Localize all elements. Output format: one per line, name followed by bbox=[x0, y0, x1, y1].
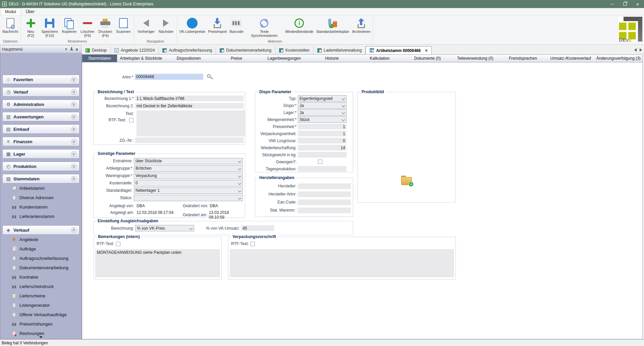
document-tab-angebote-1220024[interactable]: Angebote 1220024 bbox=[111, 46, 159, 54]
sidebar-group-verkauf[interactable]: ◈Verkauf bbox=[2, 225, 79, 235]
vmi-losgrösse-input[interactable]: 0 bbox=[298, 138, 346, 143]
artnr-input[interactable]: 00006466 bbox=[135, 74, 203, 80]
chevron-up-icon[interactable] bbox=[71, 227, 77, 233]
sidebar-item-artikelstamm[interactable]: Artikelstamm bbox=[0, 183, 82, 193]
vk-listenpreise-button[interactable]: VK-Listenpreise bbox=[178, 17, 206, 34]
speichern-button[interactable]: Speichern(F10) bbox=[41, 17, 59, 38]
chevron-down-icon[interactable] bbox=[71, 77, 77, 82]
add-image-folder-icon[interactable] bbox=[401, 177, 412, 185]
document-tab-desktop[interactable]: Desktop bbox=[82, 46, 111, 54]
sidebar-group-lager[interactable]: ▦Lager bbox=[2, 149, 79, 159]
tab-preise[interactable]: Preise bbox=[213, 55, 260, 62]
sidebar-item-angebote[interactable]: ✱Angebote bbox=[0, 235, 82, 244]
entnahme-select[interactable]: über Stückliste bbox=[134, 158, 243, 164]
sidebar-item-aufträge[interactable]: Aufträge bbox=[0, 244, 82, 253]
sidebar-group-produktion[interactable]: ◴Produktion bbox=[2, 162, 79, 171]
verpackungsvorschrift-textarea[interactable] bbox=[230, 249, 454, 277]
chevron-down-icon[interactable] bbox=[71, 164, 77, 169]
tab-dispositionen[interactable]: Dispositionen bbox=[165, 55, 212, 62]
maximize-button[interactable] bbox=[619, 0, 631, 8]
minimize-button[interactable] bbox=[606, 0, 619, 8]
sidebar-item-dokumentenverarbeitung[interactable]: Dokumentenverarbeitung bbox=[0, 263, 82, 272]
hersteller-artnr-input[interactable] bbox=[298, 191, 351, 197]
stückgewicht-in-kg-input[interactable] bbox=[298, 152, 346, 158]
chevron-down-icon[interactable]: ▼ bbox=[63, 48, 69, 51]
standardlager-select[interactable]: Nebenlager 1 bbox=[134, 187, 243, 194]
sidebar-group-auswertungen[interactable]: ▥Auswertungen bbox=[2, 112, 79, 121]
document-tab-auftragschnellerfassung[interactable]: Auftragschnellerfassung bbox=[159, 46, 216, 54]
sidebar-scroll-more-icon[interactable] bbox=[0, 335, 82, 339]
texte-synchronisieren-button[interactable]: Texte Synchronisieren bbox=[246, 17, 283, 38]
tab-umsatz-kostenverlauf[interactable]: Umsatz-/Kostenverlauf bbox=[547, 55, 594, 62]
sidebar-item-auftragsschnellerfassung[interactable]: Auftragsschnellerfassung bbox=[0, 253, 82, 263]
lager-select[interactable]: Ja bbox=[298, 109, 346, 116]
mengeneinheit-select[interactable]: Stück bbox=[298, 116, 346, 123]
document-tab-dokumentenverarbeitung[interactable]: Dokumentenverarbeitung bbox=[216, 46, 275, 54]
chevron-down-icon[interactable] bbox=[71, 102, 77, 107]
bemerkungen-textarea[interactable]: MONTAGEANWEISUNG siehe Packplan unten bbox=[95, 249, 220, 277]
chevron-down-icon[interactable] bbox=[71, 126, 77, 132]
close-button[interactable]: × bbox=[631, 0, 644, 8]
chevron-down-icon[interactable] bbox=[71, 139, 77, 145]
document-tab-artikelstamm-00006466[interactable]: Artikelstamm 00006466× bbox=[366, 46, 431, 54]
preiseinheit-input[interactable]: 1 bbox=[298, 124, 346, 129]
tab-lagerbewegungen[interactable]: Lagerbewegungen bbox=[260, 55, 308, 62]
hersteller-input[interactable] bbox=[298, 183, 351, 189]
pin-icon[interactable] bbox=[69, 47, 74, 51]
standardarbeitsplan-button[interactable]: Standardarbeitsplan bbox=[316, 17, 350, 34]
tab-arbeitsplan-stückliste[interactable]: Arbeitsplan & Stückliste bbox=[117, 55, 165, 62]
tab-dokumente-0[interactable]: Dokumente (0) bbox=[404, 55, 451, 62]
tab-fremdsprachen[interactable]: Fremdsprachen bbox=[499, 55, 547, 62]
löschen-button[interactable]: Löschen(F5) bbox=[80, 17, 95, 38]
verpackungseinheit-input[interactable]: 1 bbox=[298, 131, 346, 136]
sidebar-group-favoriten[interactable]: ☆Favoriten bbox=[2, 75, 79, 84]
archivieren-button[interactable]: Archivieren bbox=[351, 17, 371, 34]
sidebar-item-lieferscheindruck[interactable]: Lieferscheindruck bbox=[0, 282, 82, 291]
chevron-down-icon[interactable] bbox=[71, 89, 77, 95]
chevron-down-icon[interactable] bbox=[71, 151, 77, 157]
scannen-button[interactable]: Scannen bbox=[115, 17, 131, 34]
rtf-text-checkbox[interactable] bbox=[251, 242, 255, 246]
sidebar-item-kundenstamm[interactable]: Kundenstamm bbox=[0, 202, 82, 212]
close-panel-icon[interactable]: × bbox=[74, 47, 79, 52]
sidebar-item-preiserhöhungen[interactable]: Preiserhöhungen bbox=[0, 319, 82, 329]
sidebar-group-verlauf[interactable]: ◷Verlauf bbox=[2, 87, 79, 97]
dispo-select[interactable]: Ja bbox=[298, 102, 346, 109]
tab-teileverwendung-0[interactable]: Teileverwendung (0) bbox=[451, 55, 499, 62]
bezeichnung1-input[interactable]: 1 L Weck-Saftflasche #766 bbox=[135, 96, 244, 101]
menu-item-modul[interactable]: Modul bbox=[0, 8, 21, 15]
sidebar-item-offene-verkaufsaufträge[interactable]: Offene Verkaufsaufträge bbox=[0, 310, 82, 319]
sidebar-item-lieferscheine[interactable]: Lieferscheine bbox=[0, 291, 82, 300]
sidebar-item-lieferantenstamm[interactable]: Lieferantenstamm bbox=[0, 212, 82, 221]
rtf-text-checkbox[interactable] bbox=[116, 242, 120, 246]
sidebar-item-kontrakte[interactable]: Kontrakte bbox=[0, 272, 82, 282]
zg-nr-input[interactable] bbox=[135, 137, 244, 143]
tab-kalkulation[interactable]: Kalkulation bbox=[356, 55, 404, 62]
sidebar-group-stammdaten[interactable]: ▧Stammdaten bbox=[2, 174, 79, 183]
sidebar-group-administration[interactable]: ⚙Administration bbox=[2, 100, 79, 109]
close-tab-icon[interactable]: × bbox=[425, 48, 428, 53]
status-select[interactable] bbox=[134, 195, 243, 201]
preisimport-button[interactable]: Preisimport bbox=[208, 17, 228, 34]
drucken-button[interactable]: Drucken(F4) bbox=[98, 17, 113, 38]
stat-warennr-input[interactable] bbox=[298, 208, 351, 213]
sidebar-group-einkauf[interactable]: ▤Einkauf bbox=[2, 124, 79, 134]
rtf-text-checkbox[interactable] bbox=[129, 118, 133, 122]
berechnung-select[interactable]: % von VK-Preis bbox=[135, 225, 194, 231]
typ-select[interactable]: Eigenfertigungsteil bbox=[298, 95, 346, 102]
artikelgruppe-select[interactable]: Brötchen bbox=[134, 165, 243, 172]
document-tab-lademittelverwaltung[interactable]: Lademittelverwaltung bbox=[314, 46, 366, 54]
tab-änderungsverfolgung-3[interactable]: Änderungsverfolgung (3) bbox=[595, 55, 642, 62]
chevron-down-icon[interactable] bbox=[71, 114, 77, 120]
sidebar-group-finanzen[interactable]: ¤Finanzen bbox=[2, 137, 79, 146]
gewogen-checkbox[interactable] bbox=[318, 160, 322, 164]
nachricht-button[interactable]: Nachricht bbox=[2, 17, 18, 34]
sidebar-item-diverse-adressen[interactable]: Diverse Adressen bbox=[0, 193, 82, 202]
kostenstelle-select[interactable]: 0 bbox=[134, 180, 243, 186]
tab-historie[interactable]: Historie bbox=[308, 55, 356, 62]
sidebar-item-listengenerator[interactable]: Listengenerator bbox=[0, 300, 82, 310]
warengruppe-select[interactable]: Verpackung bbox=[134, 173, 243, 179]
search-icon[interactable] bbox=[206, 73, 214, 81]
nächster-button[interactable]: Nächster bbox=[158, 17, 174, 34]
chevron-up-icon[interactable] bbox=[71, 176, 77, 182]
